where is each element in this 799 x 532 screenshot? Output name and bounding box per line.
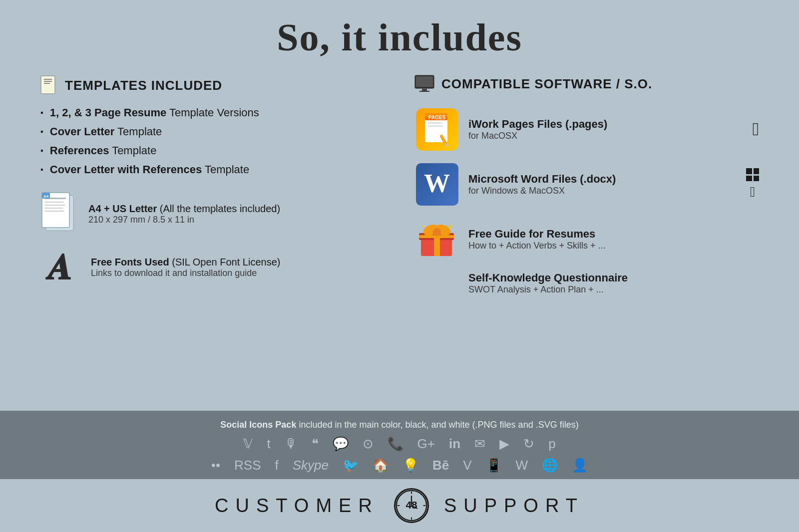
fonts-title: Free Fonts Used (SIL Open Font License): [91, 257, 280, 268]
windows-icon: [746, 168, 759, 181]
social-text: Social Icons Pack included in the main c…: [220, 420, 578, 430]
vine-icon: V: [463, 458, 471, 473]
skype-icon: Skype: [293, 458, 329, 473]
podcast-icon: 🎙: [285, 436, 298, 452]
software-title: COMPATIBLE SOFTWARE / S.O.: [441, 76, 652, 92]
a4-document-icon: A4: [40, 192, 77, 237]
user-icon: 👤: [572, 458, 588, 473]
iwork-title: iWork Pages Files (.pages): [468, 118, 607, 131]
quote-icon: ❝: [312, 436, 319, 452]
linkedin-icon: in: [449, 436, 460, 452]
whatsapp-icon: 📱: [486, 458, 502, 473]
camera-icon: ⊙: [363, 436, 374, 452]
word-text: Microsoft Word Files (.docx) for Windows…: [468, 173, 616, 196]
footer-right-text: SUPPORT: [444, 495, 584, 517]
gift-icon: ✦ ✦: [414, 217, 459, 262]
guide-item: ✦ ✦ Free Guide for Resumes How to + Acti…: [414, 217, 759, 262]
pinterest-icon: p: [548, 436, 555, 452]
questionnaire-title: Self-Knowledge Questionnaire: [468, 271, 628, 284]
guide-title: Free Guide for Resumes: [468, 228, 606, 241]
footer: CUSTOMER 48 SUPPORT: [0, 479, 799, 532]
guide-text: Free Guide for Resumes How to + Action V…: [468, 228, 606, 251]
flickr-icon: ••: [211, 458, 220, 473]
google-plus-icon: G+: [417, 436, 435, 452]
word-os-icons: : [746, 168, 759, 200]
wordpress-icon: W: [516, 458, 528, 473]
fonts-subtitle: Links to download it and installation gu…: [91, 268, 280, 278]
list-item: References Template: [40, 143, 385, 159]
rss-icon: RSS: [234, 458, 261, 473]
document-icon: [40, 75, 59, 96]
a4-feature: A4 A4 + US Letter (All the templates inc…: [40, 192, 385, 237]
gift-svg-icon: ✦ ✦: [417, 219, 457, 259]
clock-icon: 48: [395, 490, 428, 522]
apple-icon: : [753, 119, 759, 140]
font-icon: 𝑨: [40, 248, 80, 287]
word-subtitle: for Windows & MacOSX: [468, 186, 616, 196]
word-item: W Microsoft Word Files (.docx) for Windo…: [414, 162, 759, 207]
vimeo-icon: 𝕍: [243, 436, 253, 452]
svg-rect-21: [428, 125, 443, 127]
pages-icon: PAGES: [414, 107, 459, 152]
left-column: TEMPLATES INCLUDED 1, 2, & 3 Page Resume…: [40, 75, 385, 411]
social-pack-description: included in the main color, black, and w…: [299, 420, 578, 430]
home-icon: 🏠: [373, 458, 389, 473]
svg-rect-16: [419, 91, 429, 92]
pages-app-icon: PAGES: [416, 108, 458, 151]
svg-rect-8: [45, 205, 65, 206]
header: So, it includes: [0, 0, 799, 70]
questionnaire-subtitle: SWOT Analysis + Action Plan + ...: [468, 284, 628, 295]
word-title: Microsoft Word Files (.docx): [468, 173, 616, 186]
social-icons-row-2: •• RSS f Skype 🐦 🏠 💡 Bē V 📱 W 🌐 👤: [211, 458, 588, 473]
svg-rect-3: [44, 83, 50, 84]
list-item: 1, 2, & 3 Page Resume Template Versions: [40, 105, 385, 121]
phone-icon: 📞: [388, 436, 403, 452]
chat-icon: 💬: [333, 436, 349, 452]
a4-title: A4 + US Letter (All the templates includ…: [88, 203, 280, 215]
svg-rect-1: [44, 79, 52, 80]
social-pack-label: Social Icons Pack: [220, 420, 296, 430]
behance-icon: Bē: [432, 458, 449, 473]
iwork-os-icons: : [753, 119, 759, 140]
content-area: TEMPLATES INCLUDED 1, 2, & 3 Page Resume…: [0, 70, 799, 411]
refresh-icon: ↻: [523, 436, 534, 452]
fonts-feature: 𝑨 Free Fonts Used (SIL Open Font License…: [40, 248, 385, 287]
a4-subtitle: 210 x 297 mm / 8.5 x 11 in: [88, 215, 280, 225]
svg-rect-9: [45, 208, 63, 209]
win-square-br: [754, 176, 760, 182]
social-bar: Social Icons Pack included in the main c…: [0, 411, 799, 479]
svg-point-35: [433, 228, 441, 236]
idea-icon: 💡: [402, 458, 418, 473]
iwork-text: iWork Pages Files (.pages) for MacOSX: [468, 118, 607, 141]
svg-rect-7: [45, 202, 64, 203]
svg-rect-14: [416, 76, 433, 87]
iwork-item: PAGES iWork Pages Files (.pages) for Mac…: [414, 107, 759, 152]
word-app-icon: W: [416, 163, 458, 206]
list-item: Cover Letter with References Template: [40, 162, 385, 178]
svg-text:PAGES: PAGES: [428, 115, 445, 120]
twitter-icon: 🐦: [343, 458, 359, 473]
win-square-tr: [754, 168, 760, 174]
letter-a-icon: 𝑨: [48, 250, 72, 285]
globe-icon: 🌐: [542, 458, 558, 473]
svg-rect-10: [45, 211, 64, 212]
word-icon: W: [414, 162, 459, 207]
svg-text:✦: ✦: [447, 223, 453, 231]
facebook-icon: f: [275, 458, 279, 473]
guide-subtitle: How to + Action Verbs + Skills + ...: [468, 241, 606, 251]
page-title: So, it includes: [0, 15, 799, 60]
main-container: So, it includes TEMPLATES INCLUDED 1, 2,…: [0, 0, 799, 532]
svg-rect-15: [422, 89, 427, 91]
templates-section-header: TEMPLATES INCLUDED: [40, 75, 385, 96]
svg-text:A4: A4: [43, 194, 49, 199]
youtube-icon: ▶: [499, 436, 509, 452]
template-list: 1, 2, & 3 Page Resume Template Versions …: [40, 105, 385, 178]
svg-rect-0: [41, 76, 55, 94]
list-item: Cover Letter Template: [40, 124, 385, 140]
iwork-subtitle: for MacOSX: [468, 131, 607, 141]
footer-left-text: CUSTOMER: [215, 495, 379, 517]
apple-icon-2: : [750, 184, 755, 200]
questionnaire-item: Self-Knowledge Questionnaire SWOT Analys…: [468, 271, 759, 295]
templates-title: TEMPLATES INCLUDED: [65, 78, 222, 93]
svg-text:✦: ✦: [421, 224, 425, 229]
